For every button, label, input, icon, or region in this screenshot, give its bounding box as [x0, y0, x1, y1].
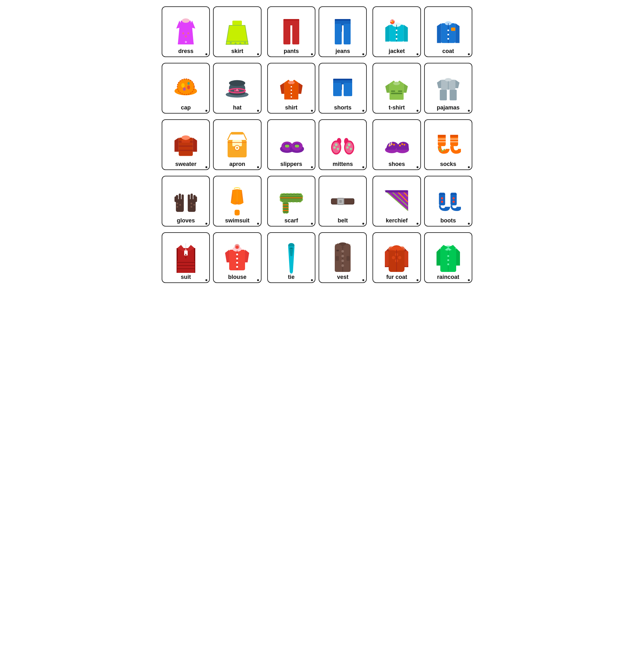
svg-point-5 [182, 32, 184, 34]
clothing-card-dress: ✿ dress [162, 6, 210, 57]
svg-marker-220 [245, 250, 249, 262]
clothing-card-hat: hat [213, 63, 261, 114]
svg-rect-20 [284, 19, 299, 21]
clothing-card-slippers: slippers [267, 119, 315, 170]
clothing-card-blouse: blouse [213, 232, 261, 283]
card-pair: suit blouse [162, 232, 262, 283]
svg-rect-74 [333, 83, 342, 96]
svg-point-200 [453, 198, 455, 200]
svg-marker-28 [404, 25, 408, 42]
svg-rect-86 [391, 93, 403, 94]
card-pair: jacket coat [372, 6, 472, 57]
tie-label: tie [288, 274, 294, 280]
card-dot [257, 166, 259, 168]
card-pair: ✿ dress skirt [162, 6, 262, 57]
svg-text:✿: ✿ [185, 41, 187, 44]
clothing-card-apron: apron [213, 119, 261, 170]
sweater-image [173, 131, 198, 159]
svg-point-97 [181, 136, 190, 140]
svg-point-69 [291, 86, 292, 87]
card-pair: scarf belt [267, 176, 367, 227]
svg-rect-194 [386, 190, 408, 192]
kerchief-image [384, 187, 409, 215]
svg-point-138 [401, 143, 403, 145]
svg-point-263 [447, 255, 449, 257]
apron-label: apron [229, 161, 245, 167]
card-dot [205, 223, 207, 225]
card-pair: slippers mittens [267, 119, 367, 170]
clothing-card-skirt: skirt [213, 6, 261, 57]
svg-point-253 [392, 256, 395, 259]
svg-rect-251 [385, 251, 389, 267]
svg-point-36 [396, 29, 397, 31]
svg-line-104 [243, 133, 247, 140]
card-dot [311, 110, 313, 112]
clothing-card-shorts: shorts [319, 63, 367, 114]
card-dot [468, 166, 470, 168]
svg-rect-84 [391, 90, 395, 92]
mittens-label: mittens [333, 161, 353, 167]
card-dot [257, 110, 259, 112]
slippers-label: slippers [280, 161, 302, 167]
svg-point-240 [341, 264, 344, 267]
pants-image [279, 18, 304, 46]
card-dot [468, 53, 470, 55]
svg-point-255 [398, 256, 401, 259]
swimsuit-image [224, 187, 250, 215]
socks-label: socks [440, 161, 456, 167]
svg-rect-155 [175, 196, 177, 202]
svg-rect-18 [284, 24, 290, 44]
svg-marker-219 [225, 250, 229, 262]
card-dot [362, 223, 364, 225]
svg-point-32 [391, 21, 392, 22]
t-shirt-image [384, 74, 409, 102]
card-pair: sweater apron [162, 119, 262, 170]
card-pair: fur coat raincoat [372, 232, 472, 283]
jeans-label: jeans [335, 48, 350, 54]
clothing-card-t-shirt: t-shirt [372, 63, 421, 114]
card-pair: tie vest [267, 232, 367, 283]
svg-point-166 [191, 206, 192, 208]
clothing-card-mittens: mittens [319, 119, 367, 170]
svg-point-225 [236, 254, 238, 255]
card-pair: pants jeans [267, 6, 367, 57]
svg-point-196 [441, 198, 443, 200]
svg-point-129 [350, 148, 352, 150]
card-dot [417, 166, 418, 168]
clothing-card-scarf: scarf [267, 176, 315, 227]
svg-point-265 [447, 263, 449, 265]
jacket-label: jacket [389, 48, 405, 54]
card-dot [417, 279, 418, 281]
slippers-image [279, 131, 304, 159]
cap-label: cap [181, 105, 191, 111]
coat-image [436, 18, 461, 46]
svg-rect-162 [188, 194, 190, 201]
svg-point-16 [244, 42, 246, 44]
pants-label: pants [284, 48, 299, 54]
gloves-image [173, 187, 198, 215]
clothing-card-cap: cap [162, 63, 210, 114]
svg-point-239 [341, 259, 344, 262]
svg-point-54 [187, 82, 190, 85]
blouse-image [224, 244, 250, 272]
clothing-card-jeans: jeans [319, 6, 367, 57]
svg-rect-169 [235, 210, 240, 215]
svg-rect-101 [181, 140, 190, 143]
svg-rect-187 [340, 201, 342, 202]
svg-rect-22 [335, 24, 342, 44]
swimsuit-label: swimsuit [225, 217, 249, 224]
card-dot [468, 279, 470, 281]
apron-image [224, 131, 250, 159]
suit-label: suit [181, 274, 191, 280]
card-dot [417, 53, 418, 55]
svg-point-123 [337, 148, 339, 150]
svg-point-71 [291, 93, 292, 94]
svg-point-226 [236, 258, 238, 259]
card-dot [362, 166, 364, 168]
clothing-card-shirt: shirt [267, 63, 315, 114]
clothing-card-fur-coat: fur coat [372, 232, 421, 283]
mittens-image [330, 131, 355, 159]
svg-rect-245 [336, 250, 339, 251]
svg-marker-63 [280, 83, 284, 94]
blouse-label: blouse [228, 274, 246, 280]
